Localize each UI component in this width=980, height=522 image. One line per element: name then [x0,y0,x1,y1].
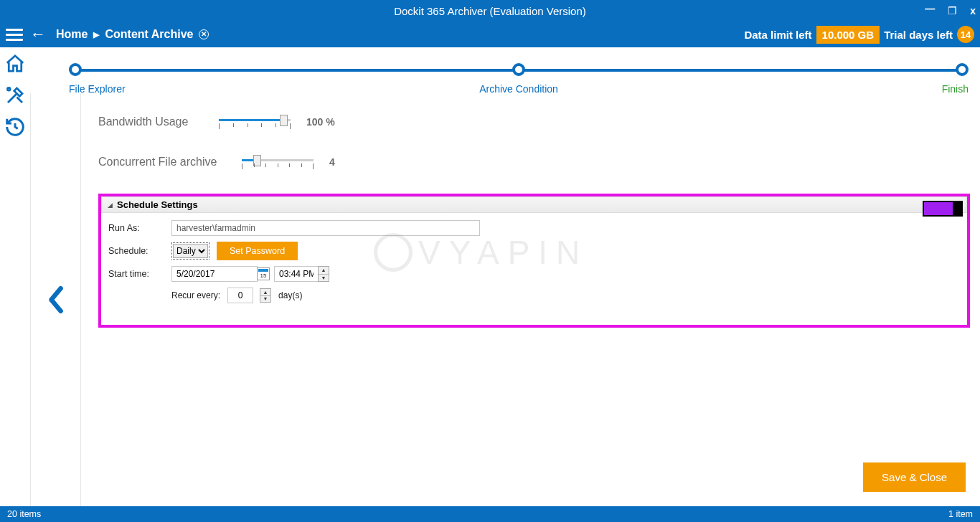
schedule-settings-header[interactable]: ◢ Schedule Settings [101,196,967,213]
starttime-label: Start time: [108,269,171,279]
recur-value-input[interactable] [227,288,253,303]
calendar-icon[interactable]: 15 [257,267,270,280]
collapse-icon: ◢ [108,201,113,209]
app-title: Dockit 365 Archiver (Evaluation Version) [394,5,586,17]
previous-step-button[interactable] [44,285,67,315]
bandwidth-value: 100 % [306,116,335,128]
breadcrumb-home[interactable]: Home [56,28,88,41]
home-icon[interactable] [4,53,26,75]
recur-spinner[interactable]: ▲▼ [260,288,271,303]
menu-icon[interactable] [6,29,23,41]
runas-input[interactable] [171,220,480,236]
wizard-steps: File Explorer Archive Condition Finish [30,47,980,93]
start-time-input[interactable] [274,266,319,282]
concurrent-value: 4 [329,156,335,168]
svg-point-0 [7,87,10,90]
bandwidth-label: Bandwidth Usage [98,115,219,128]
status-bar: 20 items 1 item [0,506,980,522]
schedule-settings-section: ◢ Schedule Settings VYAPIN Run As: [98,194,970,328]
history-icon[interactable] [4,116,26,138]
recur-label: Recur every: [171,290,220,300]
set-password-button[interactable]: Set Password [217,242,298,260]
toolbar: ← Home ▶ Content Archive ✕ Data limit le… [0,22,980,47]
data-limit-badge: 10.000 GB [816,26,880,44]
concurrent-slider[interactable] [242,153,314,171]
schedule-select[interactable]: Daily [173,244,208,258]
breadcrumb-close-icon[interactable]: ✕ [199,29,209,39]
start-date-input[interactable] [171,266,258,282]
trial-days-label: Trial days left [884,29,953,41]
time-spinner[interactable]: ▲▼ [318,266,329,282]
close-icon[interactable]: x [970,5,976,16]
status-left: 20 items [7,509,41,519]
concurrent-label: Concurrent File archive [98,156,242,169]
minimize-icon[interactable]: — [925,3,935,14]
tools-icon[interactable] [4,85,26,106]
wizard-step-finish[interactable]: Finish [868,63,969,95]
recur-unit: day(s) [278,290,302,300]
settings-panel: Bandwidth Usage 100 % Concurrent File ar… [80,93,980,506]
data-limit-label: Data limit left [744,29,811,41]
back-button[interactable]: ← [30,25,46,44]
breadcrumb-current: Content Archive [105,28,193,41]
wizard-step-archive-condition[interactable]: Archive Condition [468,63,569,95]
schedule-label: Schedule: [108,246,171,256]
status-right: 1 item [948,509,973,519]
runas-label: Run As: [108,223,171,233]
save-close-button[interactable]: Save & Close [863,462,966,492]
wizard-step-file-explorer[interactable]: File Explorer [69,63,169,95]
chevron-right-icon: ▶ [93,30,99,39]
breadcrumb: Home ▶ Content Archive ✕ [56,28,209,41]
trial-days-badge: 14 [957,26,974,43]
maximize-icon[interactable]: ❐ [948,5,957,16]
title-bar: Dockit 365 Archiver (Evaluation Version)… [0,0,980,22]
bandwidth-slider[interactable] [219,113,291,130]
left-rail [0,47,30,506]
